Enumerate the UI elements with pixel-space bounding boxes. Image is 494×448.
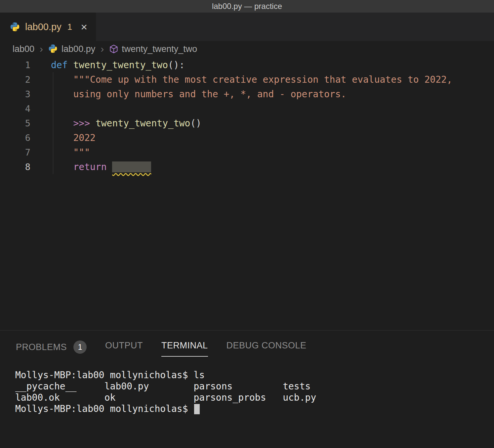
panel-tab-debug-console[interactable]: DEBUG CONSOLE <box>226 340 307 356</box>
line-number: 6 <box>0 133 30 143</box>
line-number: 5 <box>0 118 30 128</box>
panel-tab-output[interactable]: OUTPUT <box>105 340 143 356</box>
code-line[interactable]: 4 <box>0 101 494 116</box>
code-line[interactable]: 1def twenty_twenty_two(): <box>0 58 494 72</box>
tab-filename: lab00.py <box>25 22 62 32</box>
breadcrumb-item-lab00[interactable]: lab00 <box>13 44 34 54</box>
code-text: >>> twenty_twenty_two() <box>30 118 201 129</box>
terminal-output[interactable]: Mollys-MBP:lab00 mollynicholas$ ls__pyca… <box>0 360 494 415</box>
symbol-namespace-icon <box>109 44 118 54</box>
bottom-panel: PROBLEMS1OUTPUTTERMINALDEBUG CONSOLE Mol… <box>0 330 494 448</box>
panel-tab-label: TERMINAL <box>161 340 208 351</box>
breadcrumb: lab00 › lab00.py › twenty_twenty_two <box>0 41 494 57</box>
window-titlebar[interactable]: lab00.py — practice <box>0 0 494 13</box>
code-line[interactable]: 7 """ <box>0 145 494 159</box>
panel-tab-label: DEBUG CONSOLE <box>226 340 307 351</box>
code-text: using only numbers and the +, *, and - o… <box>30 89 346 100</box>
missing-expression-placeholder <box>112 161 151 172</box>
breadcrumb-label: lab00 <box>13 44 34 54</box>
breadcrumb-item-symbol[interactable]: twenty_twenty_two <box>109 44 197 54</box>
tab-problem-count: 1 <box>67 22 72 32</box>
breadcrumb-label: lab00.py <box>62 44 95 54</box>
code-editor[interactable]: 1def twenty_twenty_two():2 """Come up wi… <box>0 57 494 330</box>
line-number: 7 <box>0 147 30 157</box>
terminal-line: lab00.ok ok parsons_probs ucb.py <box>15 392 494 403</box>
code-line[interactable]: 2 """Come up with the most creative expr… <box>0 72 494 87</box>
code-line[interactable]: 3 using only numbers and the +, *, and -… <box>0 87 494 101</box>
line-number: 3 <box>0 89 30 99</box>
editor-tabstrip: lab00.py 1 × <box>0 13 494 41</box>
python-icon <box>10 22 20 32</box>
code-line[interactable]: 6 2022 <box>0 130 494 145</box>
problems-count-badge: 1 <box>73 340 87 354</box>
editor-lines: 1def twenty_twenty_two():2 """Come up wi… <box>0 58 494 174</box>
panel-tab-label: PROBLEMS <box>16 342 67 352</box>
code-text: 2022 <box>30 132 96 143</box>
code-line[interactable]: 8 return <box>0 159 494 174</box>
tab-lab00-py[interactable]: lab00.py 1 × <box>0 13 96 41</box>
line-number: 2 <box>0 74 30 85</box>
panel-tab-problems[interactable]: PROBLEMS1 <box>16 340 87 359</box>
code-line[interactable]: 5 >>> twenty_twenty_two() <box>0 116 494 130</box>
code-text: """Come up with the most creative expres… <box>30 74 452 85</box>
panel-tab-label: OUTPUT <box>105 340 143 351</box>
terminal-cursor <box>194 404 200 414</box>
chevron-right-icon: › <box>100 43 104 55</box>
code-text: return <box>30 161 151 172</box>
code-text: """ <box>30 147 90 158</box>
panel-tab-terminal[interactable]: TERMINAL <box>161 340 208 357</box>
chevron-right-icon: › <box>39 43 44 55</box>
line-number: 1 <box>0 60 30 70</box>
window-title: lab00.py — practice <box>212 2 282 11</box>
line-number: 8 <box>0 162 30 172</box>
terminal-line: Mollys-MBP:lab00 mollynicholas$ <box>15 403 494 415</box>
python-icon <box>48 44 58 54</box>
breadcrumb-label: twenty_twenty_two <box>122 44 197 54</box>
terminal-line: Mollys-MBP:lab00 mollynicholas$ ls <box>15 370 494 381</box>
line-number: 4 <box>0 104 30 114</box>
terminal-line: __pycache__ lab00.py parsons tests <box>15 381 494 392</box>
indent-guide <box>53 72 53 174</box>
panel-tabs: PROBLEMS1OUTPUTTERMINALDEBUG CONSOLE <box>0 331 494 360</box>
code-text: def twenty_twenty_two(): <box>30 60 185 70</box>
close-icon[interactable]: × <box>81 21 87 32</box>
breadcrumb-item-lab00-py[interactable]: lab00.py <box>48 44 95 54</box>
